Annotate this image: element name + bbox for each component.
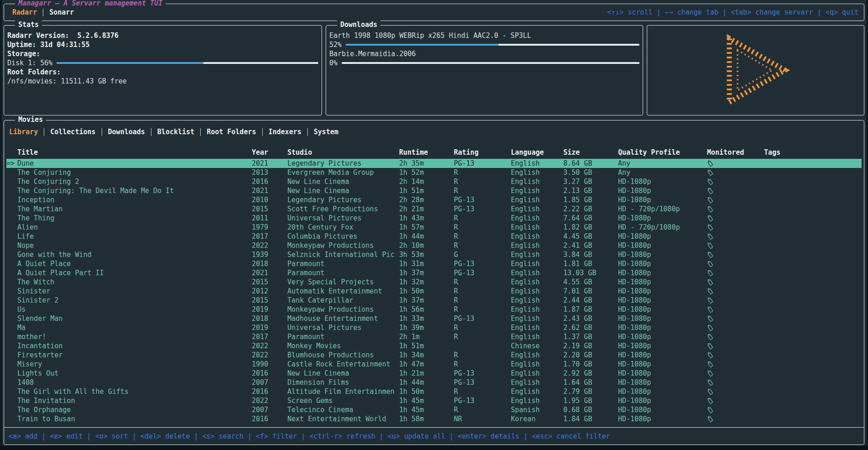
tab-radarr[interactable]: Radarr: [10, 8, 43, 16]
cell-quality-profile: HD-1080p: [618, 324, 707, 332]
table-row[interactable]: Ma 2019 Universal Pictures 1h 39m R Engl…: [6, 323, 862, 332]
table-row[interactable]: mother! 2017 Paramount 2h 1m R English 1…: [6, 332, 862, 341]
table-row[interactable]: Life 2017 Columbia Pictures 1h 44m R Eng…: [6, 232, 862, 241]
tab-collections[interactable]: Collections: [44, 128, 101, 136]
cell-language: English: [511, 287, 563, 295]
movies-keybinds-bar: <a> add | <e> edit | <o> sort | <del> de…: [4, 428, 864, 445]
cell-title: Slender Man: [17, 314, 252, 323]
cell-title: The Invitation: [17, 397, 252, 405]
cell-language: English: [511, 168, 563, 177]
table-row[interactable]: Nope 2022 Monkeypaw Productions 2h 10m R…: [6, 241, 862, 250]
cell-quality-profile: Any: [618, 159, 707, 167]
table-row[interactable]: Lights Out 2016 New Line Cinema 1h 21m P…: [6, 369, 862, 378]
table-row[interactable]: The Conjuring 2 2016 New Line Cinema 2h …: [6, 177, 862, 186]
cell-rating: R: [454, 360, 511, 368]
cell-runtime: 1h 33m: [399, 314, 454, 323]
cell-quality-profile: HD-1080p: [618, 378, 707, 387]
tab-sonarr[interactable]: Sonarr: [43, 8, 80, 16]
cell-title: Firestarter: [17, 351, 252, 359]
cell-rating: R: [454, 232, 511, 241]
cell-year: 2018: [252, 314, 287, 323]
cell-year: 2016: [252, 387, 287, 396]
cell-monitored: [707, 214, 764, 222]
table-row[interactable]: The Invitation 2022 Screen Gems 1h 45m P…: [6, 396, 862, 405]
tab-blocklist[interactable]: Blocklist: [151, 128, 200, 136]
table-row[interactable]: The Conjuring: The Devil Made Me Do It 2…: [6, 186, 862, 195]
table-row[interactable]: Slender Man 2018 Madhouse Entertainment …: [6, 314, 862, 323]
table-row[interactable]: The Thing 2011 Universal Pictures 1h 43m…: [6, 214, 862, 223]
table-row[interactable]: The Witch 2015 Very Special Projects 1h …: [6, 277, 862, 287]
cell-quality-profile: HD-1080p: [618, 369, 707, 377]
cell-year: 2007: [252, 406, 287, 414]
cell-studio: 20th Century Fox: [287, 223, 399, 231]
tab-indexers[interactable]: Indexers: [263, 128, 307, 136]
cell-rating: PG-13: [454, 159, 511, 167]
cell-monitored: [707, 378, 764, 387]
cell-monitored: [707, 406, 764, 414]
table-row[interactable]: Sinister 2012 Automatik Entertainment 1h…: [6, 287, 862, 296]
cell-runtime: 3h 53m: [399, 251, 454, 259]
cell-monitored: [707, 187, 764, 195]
cell-size: 2.20 GB: [563, 351, 618, 359]
table-row[interactable]: The Conjuring 2013 Evergreen Media Group…: [6, 168, 862, 177]
cell-runtime: 1h 47m: [399, 360, 454, 368]
cell-size: 2.79 GB: [563, 387, 618, 396]
monitored-tag-icon: [707, 288, 714, 295]
table-row[interactable]: Incantation 2022 Monkey Movies 1h 51m Ch…: [6, 341, 862, 351]
monitored-tag-icon: [707, 269, 714, 277]
table-row[interactable]: The Girl with All the Gifts 2016 Altitud…: [6, 387, 862, 396]
cell-language: English: [511, 196, 563, 204]
table-row[interactable]: Train to Busan 2016 Next Entertainment W…: [6, 414, 862, 424]
table-row[interactable]: Sinister 2 2015 Tank Caterpillar 1h 37m …: [6, 296, 862, 305]
cell-studio: Monkeypaw Productions: [287, 241, 399, 250]
cell-language: English: [511, 214, 563, 222]
cell-studio: Altitude Film Entertainmen: [287, 387, 399, 396]
table-row[interactable]: Us 2019 Monkeypaw Productions 1h 56m R E…: [6, 305, 862, 314]
monitored-tag-icon: [707, 160, 714, 167]
root-folders-label: Root Folders:: [7, 68, 318, 77]
table-row[interactable]: The Orphanage 2007 Telecinco Cinema 1h 4…: [6, 405, 862, 414]
cell-quality-profile: HD-1080p: [618, 387, 707, 396]
table-row[interactable]: A Quiet Place Part II 2021 Paramount 1h …: [6, 268, 862, 277]
column-header-runtime: Runtime: [399, 148, 454, 157]
monitored-tag-icon: [707, 278, 714, 286]
table-row[interactable]: 1408 2007 Dimension Films 1h 44m PG-13 E…: [6, 378, 862, 387]
table-row[interactable]: Misery 1990 Castle Rock Entertainment 1h…: [6, 360, 862, 369]
table-row[interactable]: A Quiet Place 2018 Paramount 1h 31m PG-1…: [6, 259, 862, 268]
download-progress-bar: [342, 62, 639, 64]
cell-quality-profile: HD-1080p: [618, 296, 707, 304]
downloads-panel-title: Downloads: [337, 21, 380, 29]
table-row[interactable]: Alien 1979 20th Century Fox 1h 57m R Eng…: [6, 223, 862, 232]
cell-studio: Blumhouse Productions: [287, 351, 399, 359]
cell-title: The Conjuring: [17, 168, 252, 177]
tab-downloads[interactable]: Downloads: [102, 128, 151, 136]
table-row[interactable]: => Dune 2021 Legendary Pictures 2h 35m P…: [6, 159, 862, 168]
download-item-name: Barbie.Mermaidia.2006: [329, 49, 639, 58]
table-row[interactable]: The Martian 2015 Scott Free Productions …: [6, 204, 862, 214]
table-row[interactable]: Firestarter 2022 Blumhouse Productions 1…: [6, 351, 862, 360]
tab-system[interactable]: System: [308, 128, 344, 136]
uptime: Uptime: 31d 04:31:55: [7, 40, 318, 49]
tab-library[interactable]: Library: [6, 128, 44, 136]
table-row[interactable]: Inception 2010 Legendary Pictures 2h 28m…: [6, 195, 862, 204]
cell-size: 1.37 GB: [563, 333, 618, 341]
cell-year: 2013: [252, 168, 287, 177]
cell-size: 4.45 GB: [563, 232, 618, 241]
disk-usage-bar-fill: [57, 62, 203, 64]
disk-usage-label: Disk 1: 56%: [7, 59, 52, 67]
cell-title: Gone with the Wind: [17, 251, 252, 259]
column-header-rating: Rating: [454, 148, 511, 157]
monitored-tag-icon: [707, 169, 714, 176]
cell-year: 2016: [252, 369, 287, 377]
monitored-tag-icon: [707, 397, 714, 404]
cell-year: 2021: [252, 187, 287, 195]
cell-rating: R: [454, 387, 511, 396]
table-row[interactable]: Gone with the Wind 1939 Selznick Interna…: [6, 250, 862, 259]
cell-studio: Castle Rock Entertainment: [287, 360, 399, 368]
cell-language: English: [511, 205, 563, 213]
stats-panel: Stats Radarr Version: 5.2.6.8376 Uptime:…: [4, 25, 322, 115]
cell-language: English: [511, 178, 563, 186]
tab-root-folders[interactable]: Root Folders: [201, 128, 262, 136]
cell-size: 13.03 GB: [563, 269, 618, 277]
cell-rating: R: [454, 178, 511, 186]
